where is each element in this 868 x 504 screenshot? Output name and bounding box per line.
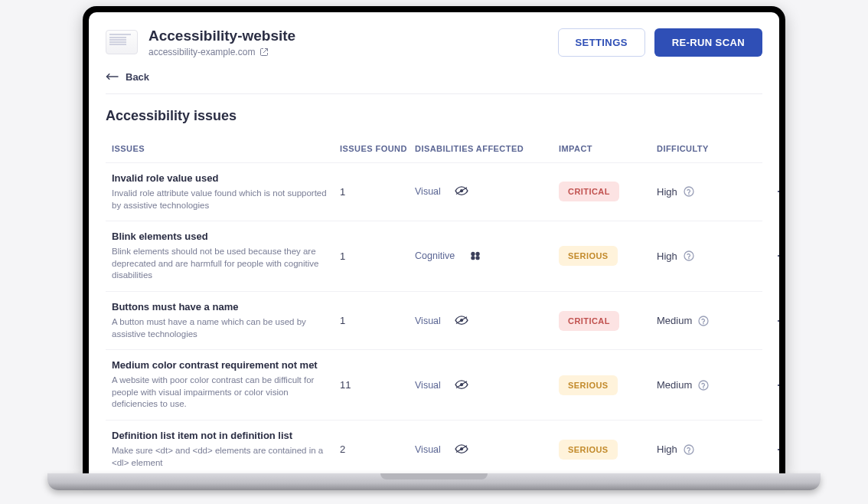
issues-found-count: 1 <box>340 250 409 262</box>
help-icon[interactable] <box>684 444 694 455</box>
table-row[interactable]: Medium color contrast requirement not me… <box>106 349 762 420</box>
brain-icon <box>468 250 482 261</box>
issue-description: A website with poor color contrast can b… <box>112 375 334 411</box>
eye-slash-icon <box>455 186 468 197</box>
issue-title: Buttons must have a name <box>112 301 334 313</box>
help-icon[interactable] <box>698 316 709 326</box>
disability-label: Visual <box>415 186 441 197</box>
difficulty-cell: Medium <box>657 315 756 326</box>
arrow-right-icon[interactable] <box>776 445 779 454</box>
issues-found-count: 1 <box>340 186 409 198</box>
col-disabilities: DISABILITIES AFFECTED <box>415 144 553 153</box>
external-link-icon <box>259 47 269 57</box>
arrow-left-icon <box>106 73 119 80</box>
disability-cell: Cognitive <box>415 250 553 261</box>
table-row[interactable]: Blink elements used Blink elements shoul… <box>106 221 762 291</box>
issue-description: Blink elements should not be used becaus… <box>112 246 334 282</box>
issues-found-count: 2 <box>340 443 409 455</box>
issue-description: Invalid role attribute value found which… <box>112 188 334 211</box>
disability-cell: Visual <box>415 186 553 197</box>
issue-title: Medium color contrast requirement not me… <box>112 359 334 371</box>
site-url: accessibility-example.com <box>148 47 255 57</box>
title-block: Accessibility-website accessibility-exam… <box>148 28 295 57</box>
disability-label: Cognitive <box>415 250 455 261</box>
back-label: Back <box>126 71 149 83</box>
table-header-row: ISSUES ISSUES FOUND DISABILITIES AFFECTE… <box>106 135 762 162</box>
difficulty-cell: High <box>657 443 756 455</box>
col-difficulty: DIFFICULTY <box>657 144 756 153</box>
difficulty-label: High <box>657 443 677 455</box>
table-row[interactable]: Invalid role value used Invalid role att… <box>106 162 762 221</box>
arrow-right-icon[interactable] <box>776 187 779 196</box>
row-action-cell <box>762 316 779 326</box>
disability-cell: Visual <box>415 444 553 455</box>
difficulty-cell: Medium <box>657 379 756 391</box>
disability-cell: Visual <box>415 380 553 391</box>
impact-badge: CRITICAL <box>559 182 619 201</box>
impact-badge: SERIOUS <box>559 375 618 395</box>
eye-slash-icon <box>455 444 468 455</box>
top-bar-actions: SETTINGS RE-RUN SCAN <box>558 28 762 57</box>
divider <box>106 93 762 94</box>
row-action-cell <box>762 381 779 390</box>
help-icon[interactable] <box>684 250 694 261</box>
app-content: Accessibility-website accessibility-exam… <box>89 12 779 473</box>
difficulty-cell: High <box>657 250 756 262</box>
issue-cell: Invalid role value used Invalid role att… <box>112 172 334 211</box>
disability-label: Visual <box>415 444 441 455</box>
difficulty-label: Medium <box>657 379 692 391</box>
impact-badge: SERIOUS <box>559 440 618 460</box>
issue-cell: Definition list item not in definition l… <box>112 430 334 469</box>
impact-cell: CRITICAL <box>559 311 651 331</box>
issue-title: Definition list item not in definition l… <box>112 430 334 442</box>
impact-cell: SERIOUS <box>559 375 651 395</box>
help-icon[interactable] <box>698 380 709 391</box>
issues-found-count: 1 <box>340 315 409 326</box>
laptop-frame: Accessibility-website accessibility-exam… <box>83 6 785 473</box>
app-screen: Accessibility-website accessibility-exam… <box>89 12 779 473</box>
section-title: Accessibility issues <box>106 108 762 124</box>
row-action-cell <box>762 251 779 260</box>
issue-title: Blink elements used <box>112 231 334 243</box>
difficulty-label: Medium <box>657 315 692 326</box>
difficulty-label: High <box>657 186 677 198</box>
laptop-notch <box>380 473 488 479</box>
disability-cell: Visual <box>415 316 553 326</box>
rerun-scan-button[interactable]: RE-RUN SCAN <box>654 28 762 57</box>
difficulty-cell: High <box>657 186 756 198</box>
row-action-cell <box>762 187 779 196</box>
arrow-right-icon[interactable] <box>776 251 779 260</box>
site-thumbnail <box>106 30 138 54</box>
impact-badge: SERIOUS <box>559 246 618 266</box>
issue-cell: Blink elements used Blink elements shoul… <box>112 231 334 282</box>
table-row[interactable]: Definition list item not in definition l… <box>106 420 762 473</box>
impact-cell: SERIOUS <box>559 440 651 460</box>
col-impact: IMPACT <box>559 144 651 153</box>
impact-cell: CRITICAL <box>559 182 651 201</box>
table-row[interactable]: Buttons must have a name A button must h… <box>106 291 762 349</box>
back-link[interactable]: Back <box>106 71 762 83</box>
eye-slash-icon <box>455 316 468 326</box>
issue-description: A button must have a name which can be u… <box>112 316 334 340</box>
arrow-right-icon[interactable] <box>776 316 779 326</box>
project-title: Accessibility-website <box>148 28 295 45</box>
issue-title: Invalid role value used <box>112 172 334 185</box>
impact-badge: CRITICAL <box>559 311 619 331</box>
issue-cell: Buttons must have a name A button must h… <box>112 301 334 340</box>
top-bar: Accessibility-website accessibility-exam… <box>106 28 762 57</box>
issues-table: ISSUES ISSUES FOUND DISABILITIES AFFECTE… <box>106 135 762 473</box>
disability-label: Visual <box>415 380 441 391</box>
col-found: ISSUES FOUND <box>340 144 409 153</box>
help-icon[interactable] <box>684 186 694 197</box>
issue-description: Make sure <dt> and <dd> elements are con… <box>112 445 334 469</box>
row-action-cell <box>762 445 779 454</box>
issue-cell: Medium color contrast requirement not me… <box>112 359 334 411</box>
arrow-right-icon[interactable] <box>776 381 779 390</box>
col-issues: ISSUES <box>112 144 334 153</box>
eye-slash-icon <box>455 380 468 391</box>
difficulty-label: High <box>657 250 677 262</box>
impact-cell: SERIOUS <box>559 246 651 266</box>
settings-button[interactable]: SETTINGS <box>558 28 645 57</box>
issues-found-count: 11 <box>340 379 409 391</box>
site-url-row[interactable]: accessibility-example.com <box>148 47 295 57</box>
